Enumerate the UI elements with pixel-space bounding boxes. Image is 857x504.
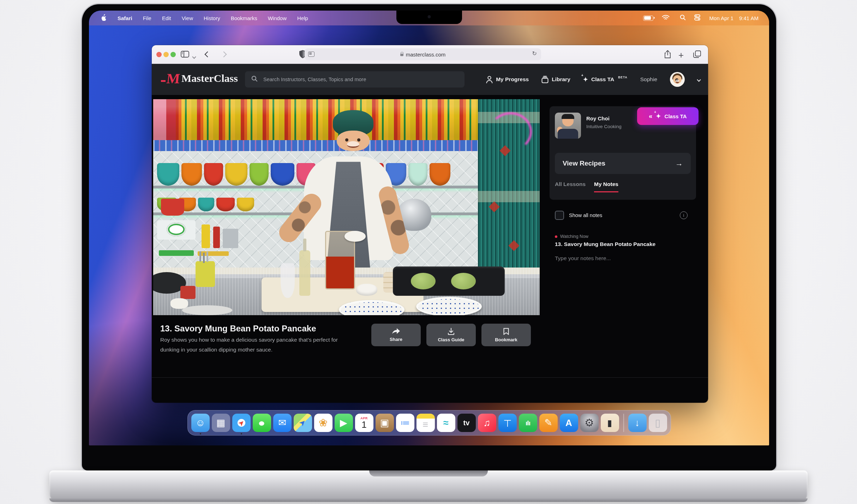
brand-wordmark[interactable]: MasterClass xyxy=(181,72,238,84)
video-player[interactable] xyxy=(153,99,540,315)
zoom-window-button[interactable] xyxy=(170,52,176,57)
dock-icon[interactable]: ⊥ xyxy=(498,414,517,432)
dock-icon[interactable]: ≡ xyxy=(416,414,435,432)
menu-bar-item[interactable]: Safari xyxy=(118,15,132,21)
yellow-bottle xyxy=(202,224,210,248)
grater xyxy=(223,229,238,248)
current-lesson-title: 13. Savory Mung Bean Potato Pancake xyxy=(555,241,655,247)
battery-icon[interactable] xyxy=(643,16,653,21)
lesson-title: 13. Savory Mung Bean Potato Pancake xyxy=(160,324,316,334)
dock-icon[interactable]: ▣ xyxy=(376,414,394,432)
control-center-icon[interactable] xyxy=(694,14,701,22)
apple-menu-icon[interactable] xyxy=(101,14,107,22)
user-avatar[interactable] xyxy=(670,72,685,87)
lesson-description: Roy shows you how to make a delicious sa… xyxy=(160,335,353,355)
dock-icon[interactable]: ➤ xyxy=(232,414,251,432)
share-icon[interactable] xyxy=(664,50,671,60)
dock-icon[interactable]: ≔ xyxy=(396,414,414,432)
dock-icon[interactable]: tv xyxy=(457,414,476,432)
dock-icon[interactable]: ➤ xyxy=(294,414,312,432)
electric-griddle xyxy=(393,266,505,296)
dock-icon[interactable]: ▯ xyxy=(649,414,667,432)
back-button[interactable] xyxy=(205,52,210,58)
menu-bar-item[interactable]: File xyxy=(143,15,151,21)
sauce-bottle-shelf xyxy=(153,99,478,140)
menu-bar-item[interactable]: Window xyxy=(268,15,287,21)
search-icon xyxy=(251,76,258,83)
menu-bar-item[interactable]: Help xyxy=(297,15,308,21)
watching-now-row: Watching Now xyxy=(555,234,588,239)
dock-icon[interactable]: ♫ xyxy=(478,414,496,432)
nav-library[interactable]: Library xyxy=(541,76,570,83)
menu-bar-item[interactable]: Edit xyxy=(162,15,171,21)
lesson-actions: Share Class Guide Bookmark xyxy=(371,324,531,346)
menu-bar-item[interactable]: View xyxy=(182,15,193,21)
dotted-plate xyxy=(416,297,482,315)
new-tab-icon[interactable]: + xyxy=(678,50,684,61)
class-guide-button[interactable]: Class Guide xyxy=(426,324,476,346)
share-arrow-icon xyxy=(392,328,400,335)
info-icon[interactable]: i xyxy=(680,211,688,219)
masterclass-logo-icon[interactable]: M xyxy=(161,72,180,86)
dock-icon[interactable]: ılı xyxy=(519,414,537,432)
watching-now-label: Watching Now xyxy=(560,234,588,239)
decor-banner xyxy=(153,140,478,151)
menu-bar-item[interactable]: Bookmarks xyxy=(231,15,257,21)
close-window-button[interactable] xyxy=(156,52,162,57)
dock-icon[interactable]: A xyxy=(560,414,578,432)
account-menu[interactable]: Sophie xyxy=(640,76,657,83)
dock-icon[interactable]: ● xyxy=(253,414,271,432)
lock-icon xyxy=(400,54,403,56)
ramekin-small xyxy=(170,298,188,308)
instructor-thumbnail xyxy=(555,113,581,139)
search-input[interactable] xyxy=(263,76,458,83)
dock-icon[interactable]: ≈ xyxy=(437,414,455,432)
view-recipes-button[interactable]: View Recipes → xyxy=(555,153,691,174)
scale-dial xyxy=(167,222,186,236)
site-nav: My Progress Library ✦ Class TA BETA xyxy=(486,64,700,95)
hot-sauce-bottle xyxy=(213,227,220,248)
menu-bar-clock[interactable]: Mon Apr 1 9:41 AM xyxy=(709,15,759,21)
neon-sign xyxy=(489,112,532,151)
spotlight-search-icon[interactable] xyxy=(680,14,686,22)
dock-icon[interactable]: ▦ xyxy=(212,414,230,432)
page-settings-icon[interactable] xyxy=(308,52,314,57)
tab-my-notes[interactable]: My Notes xyxy=(594,181,618,192)
forward-button[interactable] xyxy=(222,52,226,58)
carafe xyxy=(281,263,294,298)
class-ta-collapse-button[interactable]: « ✦ Class TA xyxy=(637,107,699,125)
show-all-notes-checkbox[interactable] xyxy=(555,211,564,220)
wifi-icon[interactable] xyxy=(662,15,671,22)
nav-my-progress[interactable]: My Progress xyxy=(486,76,529,83)
macbook-screen: Safari File Edit View History Bookmarks xyxy=(89,11,769,445)
nav-class-ta[interactable]: ✦ Class TA BETA xyxy=(583,76,628,83)
site-search[interactable] xyxy=(245,71,465,88)
account-chevron-down-icon[interactable] xyxy=(697,76,700,83)
dock-icon[interactable]: ⚙ xyxy=(580,414,599,432)
dock-icon[interactable]: ✎ xyxy=(539,414,558,432)
minimize-window-button[interactable] xyxy=(163,52,169,57)
dock-icon[interactable]: ▮ xyxy=(601,414,619,432)
dock-icon[interactable]: ▶ xyxy=(335,414,353,432)
dock-icon[interactable]: APR 1 xyxy=(355,414,373,432)
address-bar[interactable]: masterclass.com ↻ xyxy=(305,48,541,60)
bookmark-icon xyxy=(503,328,509,335)
pancake xyxy=(411,273,436,289)
menu-bar-date: Mon Apr 1 xyxy=(709,15,733,21)
dock-icon[interactable]: ↓ xyxy=(628,414,647,432)
dock-icon[interactable]: ✉ xyxy=(273,414,292,432)
sidebar-chevron-icon[interactable] xyxy=(193,53,196,60)
share-button[interactable]: Share xyxy=(371,324,421,346)
dock-icon[interactable]: ☺ xyxy=(191,414,210,432)
download-icon xyxy=(448,328,455,335)
bookmark-button[interactable]: Bookmark xyxy=(481,324,531,346)
menu-bar-item[interactable]: History xyxy=(204,15,220,21)
tab-overview-icon[interactable] xyxy=(693,50,701,60)
pancake xyxy=(451,273,476,289)
sidebar-toggle-icon[interactable] xyxy=(181,51,189,59)
notes-input[interactable]: Type your notes here... xyxy=(555,255,611,262)
tab-all-lessons[interactable]: All Lessons xyxy=(555,181,586,192)
red-mug xyxy=(180,286,196,299)
reload-icon[interactable]: ↻ xyxy=(532,50,537,57)
dock-icon[interactable]: ❀ xyxy=(314,414,332,432)
